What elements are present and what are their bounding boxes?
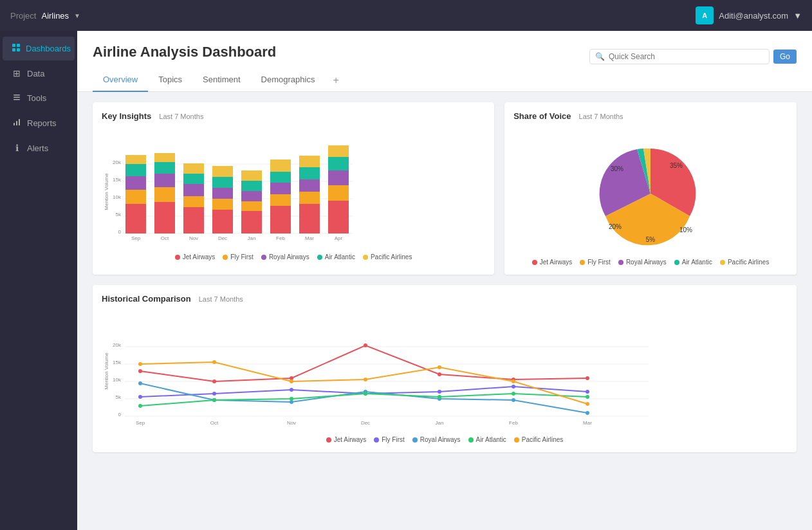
svg-rect-0: [12, 44, 15, 47]
dropdown-arrow-icon: ▼: [74, 12, 80, 19]
go-button[interactable]: Go: [773, 50, 797, 64]
svg-rect-52: [270, 194, 291, 206]
tab-topics[interactable]: Topics: [148, 69, 192, 92]
svg-point-96: [438, 372, 441, 376]
svg-text:Oct: Oct: [161, 235, 169, 241]
search-icon: 🔍: [595, 52, 605, 61]
dashboards-icon: [12, 43, 21, 54]
line-legend-royal-airways: Royal Airways: [412, 436, 461, 443]
key-insights-title: Key Insights: [102, 111, 151, 121]
main-layout: Dashboards ⊞ Data Tools: [0, 31, 812, 530]
svg-rect-40: [212, 199, 233, 210]
svg-text:Feb: Feb: [509, 420, 518, 426]
pie-legend-air-atlantic: Air Atlantic: [674, 259, 712, 266]
pie-chart-svg: 35% 30% 20% 5% 10%: [573, 132, 728, 248]
svg-rect-45: [241, 211, 262, 233]
svg-rect-31: [154, 153, 175, 162]
sidebar-tools-label: Tools: [27, 93, 46, 103]
svg-rect-27: [154, 202, 175, 233]
app-container: Project Airlines ▼ A Aditi@analyst.com ▼: [0, 0, 812, 530]
svg-point-117: [438, 395, 441, 399]
fly-first-label: Fly First: [230, 253, 254, 260]
royal-airways-color: [261, 255, 266, 260]
sidebar-item-tools[interactable]: Tools: [3, 86, 75, 110]
svg-rect-59: [299, 179, 320, 192]
search-box[interactable]: 🔍: [589, 49, 770, 64]
bar-chart-svg: Mention Volume 0 5k 10k 15k 20k: [102, 127, 359, 246]
svg-text:30%: 30%: [611, 165, 623, 172]
tab-sentiment[interactable]: Sentiment: [192, 69, 251, 92]
svg-point-114: [212, 398, 216, 402]
project-label: Project: [10, 11, 36, 21]
svg-text:Mention Volume: Mention Volume: [104, 352, 109, 390]
svg-rect-9: [19, 119, 20, 125]
svg-rect-24: [125, 164, 146, 176]
legend-royal-airways: Royal Airways: [261, 253, 309, 260]
tab-demographics[interactable]: Demographics: [251, 69, 326, 92]
svg-point-125: [512, 379, 515, 383]
alerts-icon: ℹ: [12, 143, 22, 153]
bar-chart-legend: Jet Airways Fly First Royal Airways: [102, 253, 485, 260]
sidebar-item-alerts[interactable]: ℹ Alerts: [3, 136, 75, 160]
svg-text:20%: 20%: [609, 223, 622, 230]
svg-text:5k: 5k: [116, 394, 122, 400]
air-atlantic-color: [317, 255, 322, 260]
svg-rect-4: [14, 95, 20, 96]
svg-rect-49: [241, 170, 262, 181]
page-title: Airline Analysis Dashboard: [93, 44, 276, 60]
svg-text:Mention Volume: Mention Volume: [104, 173, 109, 210]
svg-point-99: [138, 395, 142, 399]
svg-rect-35: [183, 184, 204, 196]
svg-rect-36: [183, 174, 204, 184]
svg-point-123: [364, 378, 367, 381]
legend-jet-airways: Jet Airways: [175, 253, 216, 260]
sidebar-item-reports[interactable]: Reports: [3, 111, 75, 135]
svg-rect-21: [125, 204, 146, 233]
reports-icon: [12, 118, 22, 129]
svg-rect-29: [154, 174, 175, 187]
key-insights-subtitle: Last 7 Months: [159, 113, 203, 120]
svg-rect-5: [14, 97, 20, 98]
svg-rect-28: [154, 187, 175, 202]
svg-point-105: [586, 390, 589, 394]
svg-rect-51: [270, 206, 291, 233]
add-tab-button[interactable]: +: [325, 69, 346, 91]
svg-rect-39: [212, 210, 233, 233]
svg-text:Sep: Sep: [131, 235, 141, 241]
project-selector[interactable]: Project Airlines ▼: [10, 11, 80, 21]
svg-rect-23: [125, 176, 146, 190]
sidebar-item-dashboards[interactable]: Dashboards: [3, 37, 75, 60]
svg-text:Feb: Feb: [276, 235, 285, 241]
svg-text:Nov: Nov: [287, 420, 296, 426]
tab-overview[interactable]: Overview: [93, 69, 148, 92]
top-bar: Project Airlines ▼ A Aditi@analyst.com ▼: [0, 0, 812, 31]
svg-point-111: [512, 398, 515, 402]
sidebar-data-label: Data: [27, 69, 44, 78]
user-info[interactable]: A Aditi@analyst.com ▼: [696, 6, 802, 24]
svg-rect-6: [14, 99, 20, 100]
search-input[interactable]: [609, 52, 764, 61]
svg-rect-57: [299, 204, 320, 233]
svg-text:Jan: Jan: [436, 420, 444, 426]
content-area: Airline Analysis Dashboard 🔍 Go Overview…: [77, 31, 812, 530]
svg-text:Dec: Dec: [361, 420, 370, 426]
svg-point-112: [586, 411, 589, 415]
jet-airways-color: [175, 255, 180, 260]
tools-icon: [12, 93, 22, 104]
svg-rect-30: [154, 162, 175, 174]
svg-text:Mar: Mar: [305, 235, 314, 241]
svg-point-124: [438, 365, 441, 369]
pie-chart-legend: Jet Airways Fly First Royal Airways: [513, 259, 788, 266]
svg-rect-2: [12, 48, 15, 51]
svg-point-113: [138, 404, 142, 408]
pie-legend-jet-airways: Jet Airways: [532, 259, 573, 266]
svg-text:Apr: Apr: [335, 235, 343, 241]
svg-text:Oct: Oct: [210, 420, 219, 426]
jet-airways-label: Jet Airways: [183, 253, 216, 260]
svg-rect-42: [212, 177, 233, 188]
svg-text:15k: 15k: [113, 177, 122, 183]
project-name: Airlines: [41, 11, 69, 21]
svg-text:Dec: Dec: [218, 235, 227, 241]
user-email: Aditi@analyst.com: [719, 11, 788, 21]
sidebar-item-data[interactable]: ⊞ Data: [3, 62, 75, 85]
